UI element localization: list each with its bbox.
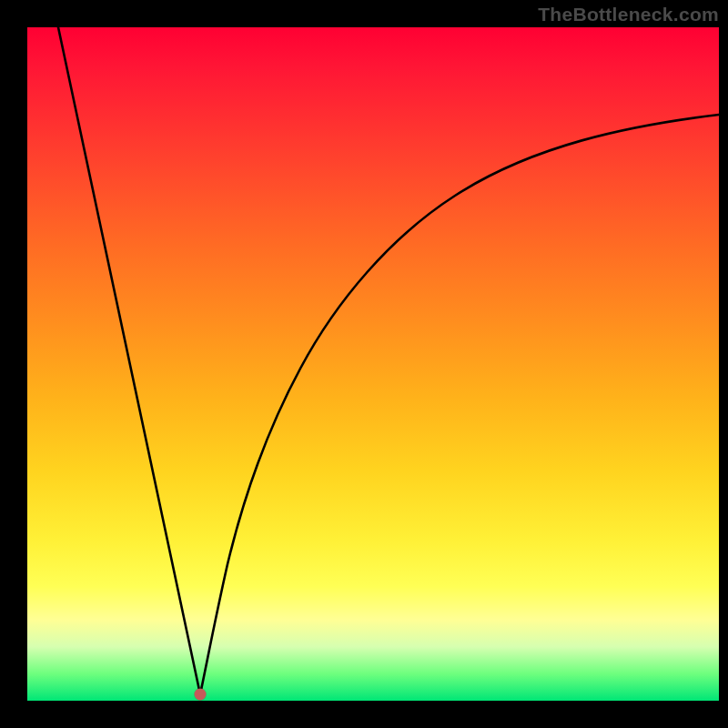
chart-frame: TheBottleneck.com (0, 0, 728, 728)
watermark-text: TheBottleneck.com (538, 4, 719, 25)
curve-left-branch (58, 27, 200, 694)
plot-area (27, 27, 719, 701)
bottleneck-curve (27, 27, 719, 701)
optimal-point-marker (195, 688, 207, 700)
curve-right-branch (200, 115, 719, 694)
